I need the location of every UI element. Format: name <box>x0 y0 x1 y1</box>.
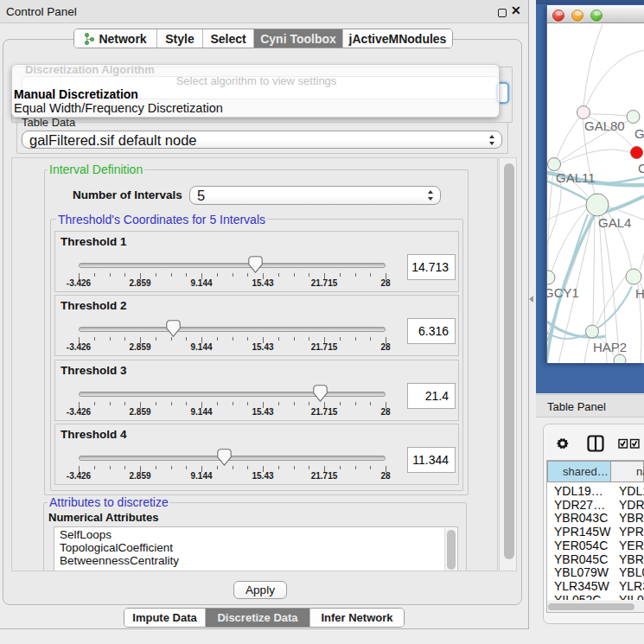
svg-text:GAL1: GAL1 <box>634 126 644 141</box>
svg-text:GAL80: GAL80 <box>584 118 625 133</box>
svg-text:HAP2: HAP2 <box>593 340 627 354</box>
svg-text:CYC8: CYC8 <box>638 161 644 175</box>
svg-text:HAP4: HAP4 <box>635 286 644 301</box>
svg-text:GAL4: GAL4 <box>598 215 631 230</box>
svg-text:GCY1: GCY1 <box>547 285 579 300</box>
svg-text:GAL11: GAL11 <box>556 170 596 185</box>
